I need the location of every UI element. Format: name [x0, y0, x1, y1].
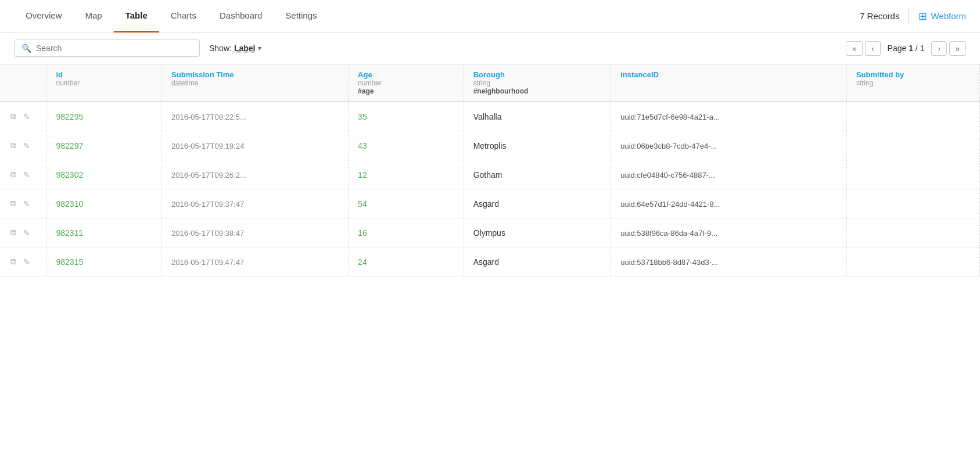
- submission-time-value: 2016-05-17T09:37:47: [171, 200, 244, 209]
- current-page: 1: [909, 44, 913, 53]
- instanceid-value: uuid:71e5d7cf-6e98-4a21-a...: [620, 113, 720, 121]
- borough-cell: Asgard: [464, 189, 611, 218]
- submission-time-cell: 2016-05-17T09:47:47: [162, 247, 349, 276]
- edit-row-button[interactable]: ✎: [22, 256, 31, 268]
- instanceid-cell: uuid:cfe04840-c756-4887-...: [611, 160, 847, 189]
- toolbar: 🔍 Show: Label ▾ « ‹ Page 1 / 1 › »: [0, 33, 980, 64]
- edit-row-button[interactable]: ✎: [22, 169, 31, 181]
- borough-value: Asgard: [473, 199, 499, 209]
- webform-icon: ⊞: [918, 10, 927, 23]
- tab-charts[interactable]: Charts: [159, 0, 208, 33]
- instanceid-value: uuid:cfe04840-c756-4887-...: [620, 171, 715, 179]
- submission-time-cell: 2016-05-17T09:26:2...: [162, 160, 349, 189]
- borough-cell: Olympus: [464, 218, 611, 247]
- tab-settings[interactable]: Settings: [274, 0, 328, 33]
- submission-time-value: 2016-05-17T09:38:47: [171, 229, 244, 238]
- next-page-button[interactable]: ›: [931, 41, 946, 56]
- age-cell: 12: [349, 160, 464, 189]
- age-cell: 16: [349, 218, 464, 247]
- last-page-button[interactable]: »: [949, 41, 966, 56]
- chevron-down-icon[interactable]: ▾: [258, 44, 261, 52]
- tab-table[interactable]: Table: [114, 0, 159, 33]
- copy-row-button[interactable]: ⧉: [9, 256, 17, 268]
- id-cell: 982295: [46, 102, 162, 131]
- prev-page-button[interactable]: ‹: [865, 41, 880, 56]
- col-header-submitted-by: Submitted by string: [846, 64, 979, 102]
- age-value: 16: [358, 228, 367, 238]
- webform-label: Webform: [931, 11, 966, 21]
- submission-time-cell: 2016-05-17T09:19:24: [162, 131, 349, 160]
- table-row: ⧉ ✎ 982311 2016-05-17T09:38:47 16 Olympu…: [0, 218, 980, 247]
- id-cell: 982311: [46, 218, 162, 247]
- submitted-by-cell: [846, 218, 979, 247]
- first-page-button[interactable]: «: [846, 41, 863, 56]
- submission-time-value: 2016-05-17T09:47:47: [171, 258, 244, 267]
- row-actions-cell: ⧉ ✎: [0, 218, 46, 247]
- id-link[interactable]: 982311: [56, 228, 84, 238]
- borough-cell: Asgard: [464, 247, 611, 276]
- age-cell: 24: [349, 247, 464, 276]
- tab-dashboard[interactable]: Dashboard: [208, 0, 274, 33]
- edit-row-button[interactable]: ✎: [22, 140, 31, 152]
- borough-value: Valhalla: [473, 112, 502, 121]
- id-link[interactable]: 982315: [56, 257, 84, 267]
- borough-cell: Metroplis: [464, 131, 611, 160]
- data-table: id number Submission Time datetime Age n…: [0, 64, 980, 276]
- copy-row-button[interactable]: ⧉: [9, 168, 17, 181]
- borough-value: Gotham: [473, 170, 502, 179]
- search-input[interactable]: [36, 44, 192, 53]
- submitted-by-cell: [846, 189, 979, 218]
- submission-time-value: 2016-05-17T08:22:5...: [171, 113, 246, 121]
- instanceid-value: uuid:538f96ca-86da-4a7f-9...: [620, 229, 717, 238]
- instanceid-cell: uuid:53718bb6-8d87-43d3-...: [611, 247, 847, 276]
- tab-map[interactable]: Map: [74, 0, 114, 33]
- edit-row-button[interactable]: ✎: [22, 198, 31, 210]
- instanceid-cell: uuid:64e57d1f-24dd-4421-8...: [611, 189, 847, 218]
- submitted-by-cell: [846, 160, 979, 189]
- row-actions-cell: ⧉ ✎: [0, 247, 46, 276]
- age-cell: 54: [349, 189, 464, 218]
- id-link[interactable]: 982310: [56, 199, 84, 209]
- age-value: 54: [358, 199, 367, 209]
- col-header-actions: [0, 64, 46, 102]
- copy-row-button[interactable]: ⧉: [9, 198, 17, 210]
- search-icon: 🔍: [21, 44, 31, 53]
- age-value: 35: [358, 112, 367, 121]
- submission-time-value: 2016-05-17T09:26:2...: [171, 171, 246, 179]
- show-value[interactable]: Label: [234, 44, 256, 53]
- submission-time-cell: 2016-05-17T08:22:5...: [162, 102, 349, 131]
- age-value: 43: [358, 141, 367, 150]
- webform-button[interactable]: ⊞ Webform: [918, 10, 966, 23]
- age-cell: 43: [349, 131, 464, 160]
- id-cell: 982302: [46, 160, 162, 189]
- submitted-by-cell: [846, 131, 979, 160]
- col-header-submission-time: Submission Time datetime: [162, 64, 349, 102]
- edit-row-button[interactable]: ✎: [22, 111, 31, 123]
- id-link[interactable]: 982295: [56, 112, 84, 121]
- submission-time-cell: 2016-05-17T09:38:47: [162, 218, 349, 247]
- instanceid-value: uuid:53718bb6-8d87-43d3-...: [620, 258, 718, 267]
- col-header-borough: Borough string #neighbourhood: [464, 64, 611, 102]
- instanceid-cell: uuid:06be3cb8-7cdb-47e4-...: [611, 131, 847, 160]
- id-cell: 982297: [46, 131, 162, 160]
- copy-row-button[interactable]: ⧉: [9, 139, 17, 152]
- table-row: ⧉ ✎ 982302 2016-05-17T09:26:2... 12 Goth…: [0, 160, 980, 189]
- copy-row-button[interactable]: ⧉: [9, 227, 17, 239]
- nav-divider: [909, 8, 909, 24]
- id-cell: 982315: [46, 247, 162, 276]
- id-cell: 982310: [46, 189, 162, 218]
- submitted-by-cell: [846, 102, 979, 131]
- submitted-by-cell: [846, 247, 979, 276]
- top-navigation: Overview Map Table Charts Dashboard Sett…: [0, 0, 980, 33]
- id-link[interactable]: 982297: [56, 141, 84, 150]
- edit-row-button[interactable]: ✎: [22, 227, 31, 239]
- borough-cell: Gotham: [464, 160, 611, 189]
- copy-row-button[interactable]: ⧉: [9, 110, 17, 123]
- id-link[interactable]: 982302: [56, 170, 84, 179]
- age-cell: 35: [349, 102, 464, 131]
- col-header-id: id number: [46, 64, 162, 102]
- col-header-instanceid: instanceID: [611, 64, 847, 102]
- total-pages: 1: [920, 44, 925, 53]
- borough-value: Asgard: [473, 257, 499, 267]
- tab-overview[interactable]: Overview: [14, 0, 74, 33]
